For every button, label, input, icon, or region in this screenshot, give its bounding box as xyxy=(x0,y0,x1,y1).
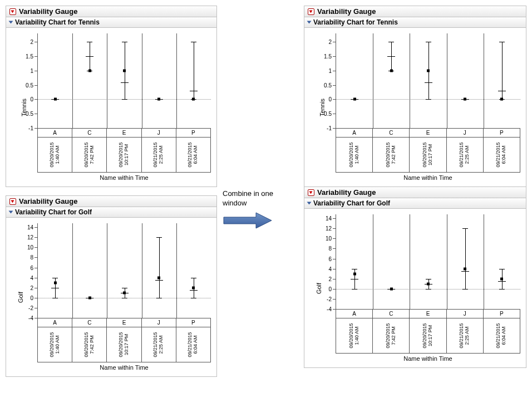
y-tick-label: 2 xyxy=(30,284,38,291)
y-tick-label: 12 xyxy=(326,225,336,232)
time-row: 09/20/20151:40 AM09/20/20157:42 PM09/20/… xyxy=(37,138,211,173)
range-line xyxy=(159,237,160,298)
gauge-title-bar[interactable]: Variability Gauge xyxy=(6,196,216,207)
median-marker xyxy=(427,69,430,72)
y-tick-label: -4 xyxy=(28,315,38,321)
time-label: 09/21/20152:25 AM xyxy=(142,327,176,362)
time-label: 09/20/201510:17 PM xyxy=(410,318,446,353)
chart-title: Variability Chart for Tennis xyxy=(313,18,398,26)
chart-frame: Golf-4-202468101214ACEJP09/20/20151:40 A… xyxy=(37,223,211,371)
median-marker xyxy=(88,69,91,72)
chart-title: Variability Chart for Tennis xyxy=(15,18,100,26)
category-label: A xyxy=(336,310,373,318)
y-tick-label: 0 xyxy=(328,96,336,102)
time-label: 09/21/20156:04 AM xyxy=(176,327,210,362)
median-marker xyxy=(464,98,466,101)
y-tick-label: 4 xyxy=(30,274,38,281)
y-tick-label: 0 xyxy=(30,295,38,301)
time-label: 09/20/20151:40 AM xyxy=(336,138,373,172)
gauge-title-bar[interactable]: Variability Gauge xyxy=(304,187,526,198)
y-tick-label: 10 xyxy=(27,244,38,251)
y-tick-label: 4 xyxy=(328,266,336,272)
category-label: P xyxy=(484,129,520,137)
chart-title-bar[interactable]: Variability Chart for Golf xyxy=(6,207,216,218)
chart-frame: Golf-4-202468101214ACEJP09/20/20151:40 A… xyxy=(336,214,520,362)
category-label: A xyxy=(38,318,72,327)
y-tick-label: 2 xyxy=(30,39,38,45)
category-label: E xyxy=(410,310,446,318)
median-marker xyxy=(390,287,393,290)
median-marker xyxy=(390,69,393,72)
mean-marker xyxy=(498,281,506,282)
median-marker xyxy=(192,286,195,289)
y-tick-label: -2 xyxy=(28,305,38,311)
y-tick-label: 1.5 xyxy=(26,53,38,60)
disclosure-icon[interactable] xyxy=(9,198,16,205)
right-column: Variability Gauge Variability Chart for … xyxy=(304,6,526,368)
mean-marker xyxy=(351,279,358,279)
category-label: A xyxy=(336,129,373,137)
plot-area: -4-202468101214 xyxy=(336,214,520,310)
mean-marker xyxy=(387,56,395,57)
arrow-column: Combine in one window xyxy=(223,6,298,229)
mean-marker xyxy=(498,91,506,91)
plot-area: -1-0.500.511.52 xyxy=(37,33,211,129)
time-label: 09/21/20156:04 AM xyxy=(484,318,520,353)
y-tick-label: 8 xyxy=(30,254,38,261)
chevron-down-icon[interactable] xyxy=(307,21,312,24)
category-label: J xyxy=(447,310,484,318)
chart-body-golf-left: Golf-4-202468101214ACEJP09/20/20151:40 A… xyxy=(6,218,216,376)
y-tick-label: 1 xyxy=(30,67,38,73)
time-row: 09/20/20151:40 AM09/20/20157:42 PM09/20/… xyxy=(336,318,520,354)
mean-marker xyxy=(155,280,163,281)
combine-label: Combine in one window xyxy=(223,189,298,208)
mean-marker xyxy=(461,271,469,272)
chart-frame: Tennis-1-0.500.511.52ACEJP09/20/20151:40… xyxy=(37,33,211,181)
category-label: C xyxy=(72,318,107,327)
chart-title-bar[interactable]: Variability Chart for Tennis xyxy=(304,17,526,28)
category-label: P xyxy=(176,129,210,137)
y-axis-label: Golf xyxy=(316,282,322,293)
y-tick-label: 0 xyxy=(30,96,38,102)
category-label: J xyxy=(142,129,176,137)
median-marker xyxy=(353,272,356,275)
y-tick-label: 14 xyxy=(27,224,38,230)
gauge-title: Variability Gauge xyxy=(19,197,78,205)
chevron-down-icon[interactable] xyxy=(9,211,13,214)
time-label: 09/21/20156:04 AM xyxy=(176,138,210,172)
disclosure-icon[interactable] xyxy=(308,8,314,15)
chevron-down-icon[interactable] xyxy=(307,202,312,205)
category-label: P xyxy=(176,318,210,327)
disclosure-icon[interactable] xyxy=(9,8,16,15)
category-row: ACEJP xyxy=(37,129,211,138)
arrow-right-icon xyxy=(223,212,273,229)
y-tick-label: 1.5 xyxy=(324,53,336,60)
chart-title: Variability Chart for Golf xyxy=(313,199,390,207)
left-column: Variability Gauge Variability Chart for … xyxy=(6,6,217,377)
x-axis-label: Name within Time xyxy=(37,174,211,181)
disclosure-icon[interactable] xyxy=(308,189,314,196)
time-label: 09/20/201510:17 PM xyxy=(107,327,141,362)
time-label: 09/20/20157:42 PM xyxy=(72,138,107,172)
y-tick-label: -2 xyxy=(327,296,336,302)
time-label: 09/20/20157:42 PM xyxy=(373,318,410,353)
y-tick-label: -0.5 xyxy=(322,111,336,117)
time-label: 09/20/20157:42 PM xyxy=(72,327,107,362)
time-label: 09/20/20151:40 AM xyxy=(38,138,72,172)
mean-marker xyxy=(425,82,432,83)
chevron-down-icon[interactable] xyxy=(9,21,13,24)
time-row: 09/20/20151:40 AM09/20/20157:42 PM09/20/… xyxy=(336,138,520,173)
chart-title-bar[interactable]: Variability Chart for Tennis xyxy=(6,17,216,28)
mean-marker xyxy=(121,82,129,83)
layout-root: Variability Gauge Variability Chart for … xyxy=(6,6,526,377)
y-tick-label: 8 xyxy=(328,246,336,252)
category-label: J xyxy=(447,129,484,137)
y-tick-label: 2 xyxy=(328,276,336,282)
y-tick-label: 12 xyxy=(27,234,38,241)
gauge-title-bar[interactable]: Variability Gauge xyxy=(304,6,526,17)
median-marker xyxy=(353,98,356,101)
median-marker xyxy=(427,282,430,285)
chart-title-bar[interactable]: Variability Chart for Golf xyxy=(304,198,526,209)
gauge-title-bar[interactable]: Variability Gauge xyxy=(6,6,216,17)
time-label: 09/20/20157:42 PM xyxy=(373,138,410,172)
